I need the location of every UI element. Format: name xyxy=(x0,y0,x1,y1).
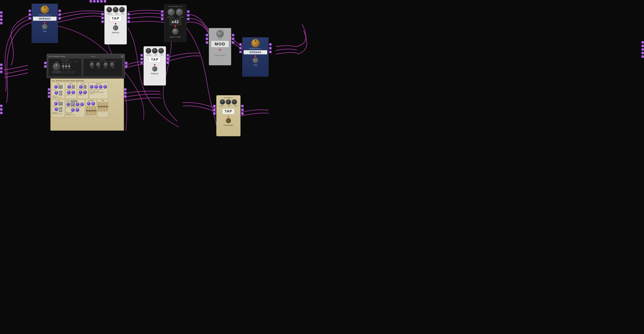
filter-cont-knob[interactable] xyxy=(76,108,79,112)
top-port-2[interactable] xyxy=(93,0,96,3)
osc2-phase-knob[interactable] xyxy=(79,91,82,94)
signal-ab-knob[interactable] xyxy=(168,9,175,16)
reflector-top-in-2[interactable] xyxy=(101,17,104,19)
lfo1-sync-btn[interactable]: SYNC xyxy=(58,85,63,89)
top-port-1[interactable] xyxy=(90,0,92,3)
reverb-in-3[interactable] xyxy=(213,112,216,115)
edge-port-lm-2[interactable] xyxy=(0,67,2,70)
filta-right-out-3[interactable] xyxy=(269,51,272,53)
delay-out-1[interactable] xyxy=(125,62,128,64)
lfo2-trg-btn[interactable]: TRG xyxy=(59,110,62,112)
reflector-mid-in-2[interactable] xyxy=(140,58,143,60)
aux-s-fader[interactable] xyxy=(91,106,93,115)
reverb-out-1[interactable] xyxy=(241,105,244,107)
osc1-fm-knob[interactable] xyxy=(72,91,75,94)
gain-in-2[interactable] xyxy=(206,38,208,40)
xfade-out-3[interactable] xyxy=(187,18,190,20)
gain-out-3[interactable] xyxy=(232,41,234,44)
lfo1-trg-btn[interactable]: TRG xyxy=(59,94,62,95)
decay-knob[interactable] xyxy=(220,99,225,105)
filta-right-out-2[interactable] xyxy=(269,47,272,50)
output-port-3[interactable] xyxy=(58,17,61,20)
amount-knob[interactable] xyxy=(104,62,108,67)
feedback-knob[interactable] xyxy=(90,62,94,67)
shape-knob[interactable] xyxy=(176,9,183,16)
tal-in-1[interactable] xyxy=(48,88,50,91)
filta-right-in-3[interactable] xyxy=(239,51,242,53)
edge-port-r-4[interactable] xyxy=(642,52,644,54)
wet-knob-top[interactable] xyxy=(119,7,125,13)
reverb-in-2[interactable] xyxy=(213,108,216,111)
tap-button-mid[interactable]: TAP xyxy=(149,57,161,63)
subdivide-slider[interactable] xyxy=(62,63,64,69)
filta-right-in-1[interactable] xyxy=(239,43,242,46)
edge-port-lm-1[interactable] xyxy=(0,64,2,66)
xfade-in-1[interactable] xyxy=(161,10,164,13)
edge-port-lb-3[interactable] xyxy=(0,112,2,114)
filter-knob[interactable] xyxy=(42,24,47,29)
reflector-top-out-1[interactable] xyxy=(127,13,130,16)
edge-port-r-3[interactable] xyxy=(642,48,644,51)
filta-right-out-1[interactable] xyxy=(269,43,272,46)
xfade-bottom-knob[interactable] xyxy=(172,28,178,35)
reflector-top-in-3[interactable] xyxy=(101,20,104,23)
lfo1-key-btn[interactable]: KEY xyxy=(59,91,62,93)
reverb-out-3[interactable] xyxy=(241,112,244,115)
tal-out-3[interactable] xyxy=(124,95,126,98)
amp-d-fader[interactable] xyxy=(100,102,102,111)
aux-d-fader[interactable] xyxy=(89,106,90,115)
gain-in-3[interactable] xyxy=(206,41,208,44)
lfo1-amount-knob[interactable] xyxy=(54,91,58,95)
delay-in-1[interactable] xyxy=(44,62,46,64)
length-knob-top[interactable] xyxy=(106,7,112,13)
reflector-mid-in-1[interactable] xyxy=(140,54,143,57)
time-r-slider[interactable] xyxy=(68,63,70,69)
reflector-top-in-1[interactable] xyxy=(101,13,104,16)
filter-key-knob[interactable] xyxy=(71,108,75,112)
osc1-fine-knob[interactable] xyxy=(67,85,71,89)
edge-port-lt-4[interactable] xyxy=(0,22,2,25)
gain-out-2[interactable] xyxy=(232,38,234,40)
reverb-dry-knob[interactable] xyxy=(226,99,231,105)
osc1-phase-knob[interactable] xyxy=(67,91,71,94)
xfade-in-3[interactable] xyxy=(161,18,164,20)
lfo2-rate-knob[interactable] xyxy=(54,102,58,105)
output-port-2[interactable] xyxy=(58,13,61,16)
input-port-2[interactable] xyxy=(28,13,31,16)
aux-r-fader[interactable] xyxy=(94,106,96,115)
filter-reso-knob[interactable] xyxy=(80,102,84,106)
top-port-4[interactable] xyxy=(100,0,103,3)
reverb-small-knob[interactable] xyxy=(226,118,231,123)
tal-in-2[interactable] xyxy=(48,92,50,94)
tal-out-1[interactable] xyxy=(124,88,126,91)
length-knob-mid[interactable] xyxy=(146,48,151,54)
filter-rate-knob[interactable] xyxy=(66,102,70,106)
input-port-3[interactable] xyxy=(28,17,31,20)
edge-port-lt-3[interactable] xyxy=(0,18,2,21)
dry-knob-top[interactable] xyxy=(113,7,118,13)
tempo-knob[interactable] xyxy=(53,63,60,70)
edge-port-r-1[interactable] xyxy=(642,41,644,44)
reflector-mid-in-3[interactable] xyxy=(140,61,143,64)
filter-cutoff-knob[interactable] xyxy=(76,102,80,106)
edge-port-lt-2[interactable] xyxy=(0,15,2,17)
gain-knob[interactable] xyxy=(216,30,224,38)
calf-onoff[interactable]: On/Off xyxy=(91,56,95,57)
top-port-5[interactable] xyxy=(104,0,106,3)
stereo-width-knob[interactable] xyxy=(110,62,114,67)
reflector-top-out-3[interactable] xyxy=(127,20,130,23)
amp-a-fader[interactable] xyxy=(98,102,100,111)
wet-knob-mid[interactable] xyxy=(158,48,164,54)
filta-right-in-2[interactable] xyxy=(239,47,242,50)
lfo2-key-btn[interactable]: KEY xyxy=(59,107,62,109)
aux-key-knob[interactable] xyxy=(87,102,90,105)
reflector-mid-out-3[interactable] xyxy=(166,61,169,64)
tal-in-3[interactable] xyxy=(48,95,50,98)
gain-out-1[interactable] xyxy=(232,34,234,36)
frequency-knob[interactable] xyxy=(41,6,49,14)
edge-port-lt-1[interactable] xyxy=(0,11,2,14)
edge-port-r-5[interactable] xyxy=(642,55,644,58)
amp-r-fader[interactable] xyxy=(106,102,108,111)
edge-port-lb-1[interactable] xyxy=(0,105,2,107)
lfo2-amount-knob[interactable] xyxy=(54,107,58,111)
